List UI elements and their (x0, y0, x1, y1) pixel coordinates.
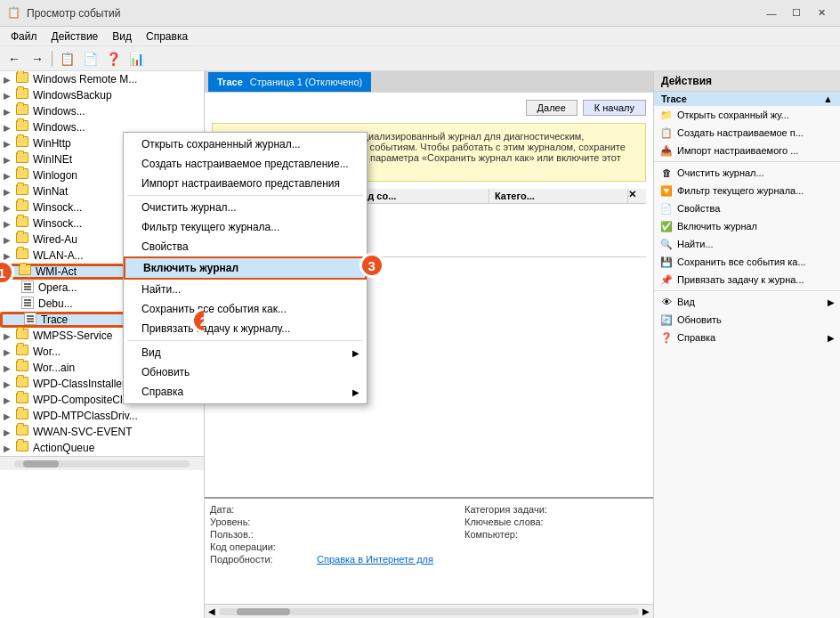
action-label: Очистить журнал... (677, 167, 764, 178)
close-col: ✕ (628, 189, 646, 203)
nav-home-button[interactable]: К началу (583, 100, 646, 116)
create-view-icon: 📋 (659, 126, 674, 140)
scroll-thumb[interactable] (23, 460, 59, 468)
menu-view[interactable]: Вид (105, 28, 139, 45)
toolbar-btn-4[interactable]: 📊 (125, 49, 147, 69)
ctx-label: Свойства (141, 240, 189, 253)
maximize-button[interactable]: ☐ (785, 4, 808, 23)
ctx-label: Создать настраиваемое представление... (141, 158, 349, 170)
tree-arrow: ▶ (4, 203, 16, 213)
tree-item-actionqueue[interactable]: ▶ ActionQueue (0, 440, 204, 456)
action-filter[interactable]: 🔽 Фильтр текущего журнала... (654, 182, 840, 199)
folder-icon (16, 393, 30, 407)
action-enable-log[interactable]: ✅ Включить журнал (654, 217, 840, 235)
toolbar-btn-3[interactable]: ❓ (102, 49, 124, 69)
folder-icon (16, 248, 30, 263)
ctx-label: Сохранить все события как... (141, 303, 287, 315)
folder-icon (16, 361, 30, 375)
horizontal-scroll[interactable]: ◀ ▶ (205, 604, 653, 618)
tree-item-windows-remote[interactable]: ▶ Windows Remote M... (0, 71, 204, 87)
ctx-properties[interactable]: Свойства (124, 237, 367, 256)
value-date (317, 504, 393, 515)
label-level: Уровень: (210, 516, 317, 527)
ctx-import-view[interactable]: Импорт настраиваемого представления (124, 174, 367, 193)
details-link[interactable]: Справка в Интернете для (317, 554, 433, 565)
action-find[interactable]: 🔍 Найти... (654, 235, 840, 253)
action-label: Открыть сохранный жу... (677, 110, 789, 120)
ctx-filter[interactable]: Фильтр текущего журнала... (124, 217, 367, 237)
menu-file[interactable]: Файл (4, 28, 44, 45)
folder-icon (16, 88, 30, 102)
ctx-create-view[interactable]: Создать настраиваемое представление... (124, 154, 367, 174)
ctx-attach-task[interactable]: Привязать задачу к журналу... (124, 319, 367, 338)
ctx-enable-container: Включить журнал 3 (124, 256, 367, 280)
ctx-save-events[interactable]: Сохранить все события как... (124, 299, 367, 319)
action-save-events[interactable]: 💾 Сохранить все события ка... (654, 253, 840, 271)
label-details: Подробности: (210, 554, 317, 565)
scroll-area[interactable] (0, 456, 204, 470)
detail-date: Дата: Категория задачи: (210, 504, 648, 515)
tree-item-windowsbackup[interactable]: ▶ WindowsBackup (0, 87, 204, 103)
action-open-log[interactable]: 📁 Открыть сохранный жу... (654, 106, 840, 124)
scroll-right-btn[interactable]: ▶ (639, 606, 653, 616)
action-properties[interactable]: 📄 Свойства (654, 199, 840, 217)
tab-trace[interactable]: Trace Страница 1 (Отключено) (208, 72, 371, 92)
tree-label: Winsock... (33, 217, 82, 230)
ctx-refresh[interactable]: Обновить (124, 362, 367, 382)
action-create-view[interactable]: 📋 Создать настраиваемое п... (654, 124, 840, 142)
menu-action[interactable]: Действие (44, 28, 106, 45)
actions-header: Действия (654, 71, 840, 92)
tree-label: Winsock... (33, 201, 82, 214)
detail-level: Уровень: Ключевые слова: (210, 516, 648, 527)
tree-arrow: ▶ (4, 139, 16, 149)
back-button[interactable]: ← (4, 49, 25, 69)
ctx-find[interactable]: Найти... (124, 280, 367, 299)
ctx-help[interactable]: Справка ▶ (124, 382, 367, 402)
ctx-view[interactable]: Вид ▶ (124, 343, 367, 362)
h-scroll-track[interactable] (219, 608, 639, 615)
tree-arrow: ▶ (4, 411, 16, 421)
col-code: Код со... (351, 189, 489, 203)
window-controls: — ☐ ✕ (760, 4, 833, 23)
scroll-track[interactable] (14, 460, 190, 468)
menu-help[interactable]: Справка (139, 28, 195, 45)
h-scroll-thumb[interactable] (237, 608, 290, 615)
action-help[interactable]: ❓ Справка ▶ (654, 329, 840, 346)
forward-button[interactable]: → (27, 49, 48, 69)
value-user (317, 529, 393, 540)
context-menu[interactable]: Открыть сохраненный журнал... Создать на… (123, 132, 368, 404)
tree-label: Windows... (33, 121, 85, 134)
action-attach-task[interactable]: 📌 Привязать задачу к журна... (654, 271, 840, 289)
ctx-enable-log[interactable]: Включить журнал (124, 256, 367, 280)
close-button[interactable]: ✕ (810, 4, 833, 23)
tree-item-wwan[interactable]: ▶ WWAN-SVC-EVENT (0, 424, 204, 440)
action-view[interactable]: 👁 Вид ▶ (654, 293, 840, 311)
ctx-separator-1 (127, 195, 363, 196)
tree-arrow: ▶ (4, 107, 16, 117)
tree-item-wpd-mtp[interactable]: ▶ WPD-MTPClassDriv... (0, 408, 204, 424)
ctx-open-log[interactable]: Открыть сохраненный журнал... (124, 134, 367, 154)
folder-icon (16, 377, 30, 391)
tree-label: WinHttp (33, 137, 71, 150)
ctx-clear-log[interactable]: Очистить журнал... (124, 198, 367, 217)
toolbar-btn-1[interactable]: 📋 (56, 49, 77, 69)
scroll-left-btn[interactable]: ◀ (205, 606, 219, 616)
value-level (317, 516, 393, 527)
ctx-label: Включить журнал (143, 262, 238, 274)
log-icon (21, 281, 36, 295)
minimize-button[interactable]: — (760, 4, 783, 23)
view-arrow-icon: ▶ (828, 297, 835, 307)
nav-next-button[interactable]: Далее (526, 100, 578, 116)
action-clear-log[interactable]: 🗑 Очистить журнал... (654, 164, 840, 182)
tree-label: Winlogon (33, 169, 77, 182)
action-import-view[interactable]: 📥 Импорт настраиваемого ... (654, 142, 840, 159)
ctx-label: Вид (141, 346, 161, 359)
action-refresh[interactable]: 🔄 Обновить (654, 311, 840, 329)
toolbar-btn-2[interactable]: 📄 (79, 49, 101, 69)
tree-arrow: ▶ (4, 331, 16, 341)
find-icon: 🔍 (659, 237, 674, 251)
ctx-separator-2 (127, 340, 363, 341)
tree-label: ActionQueue (33, 442, 94, 454)
tree-item-windows1[interactable]: ▶ Windows... (0, 103, 204, 119)
tree-label: Wired-Au (33, 233, 77, 246)
